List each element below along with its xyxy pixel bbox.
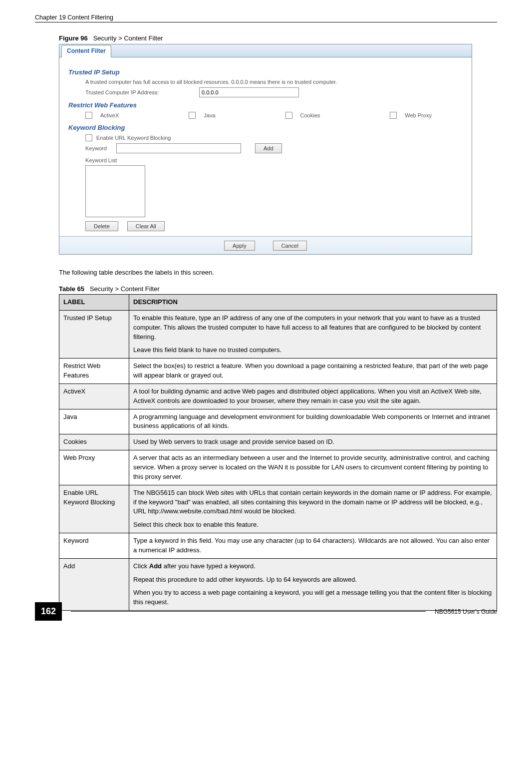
panel-body: Trusted IP Setup A trusted computer has … (59, 57, 472, 236)
table-title: Security > Content Filter (90, 285, 160, 293)
cell-description: Type a keyword in this field. You may us… (129, 533, 497, 559)
page-footer: 162 NBG5615 User's Guide (0, 602, 532, 621)
cell-label: Enable URL Keyword Blocking (59, 485, 129, 533)
cell-description: A programming language and development e… (129, 409, 497, 434)
cell-label: Restrict Web Features (59, 359, 129, 384)
activex-label: ActiveX (100, 112, 119, 118)
table-row: KeywordType a keyword in this field. You… (59, 533, 497, 559)
cookies-checkbox[interactable] (285, 112, 292, 119)
cell-description: Select the box(es) to restrict a feature… (129, 359, 497, 384)
tab-bar: Content Filter (59, 44, 472, 57)
cell-label: ActiveX (59, 383, 129, 409)
keyword-field-label: Keyword (85, 145, 112, 151)
keyword-input[interactable] (116, 143, 241, 153)
cell-label: Cookies (59, 434, 129, 450)
figure-number: Figure 96 (59, 34, 88, 42)
activex-checkbox[interactable] (85, 112, 92, 119)
description-table: LABEL DESCRIPTION Trusted IP SetupTo ena… (59, 294, 497, 611)
activex-checkbox-wrap: ActiveX (85, 112, 119, 119)
table-row: ActiveXA tool for building dynamic and a… (59, 383, 497, 409)
trusted-help-text: A trusted computer has full access to al… (85, 79, 463, 85)
table-row: Trusted IP SetupTo enable this feature, … (59, 310, 497, 358)
table-caption: Table 65 Security > Content Filter (59, 285, 497, 293)
java-checkbox[interactable] (189, 112, 196, 119)
table-number: Table 65 (59, 285, 84, 293)
guide-name: NBG5615 User's Guide (435, 608, 497, 615)
keyword-list-label: Keyword List (85, 157, 463, 163)
keyword-listbox[interactable] (85, 165, 145, 217)
table-row: Enable URL Keyword BlockingThe NBG5615 c… (59, 485, 497, 533)
dialog-footer: Apply Cancel (59, 236, 472, 254)
delete-button[interactable]: Delete (85, 221, 118, 231)
java-checkbox-wrap: Java (189, 112, 215, 119)
cell-description: The NBG5615 can block Web sites with URL… (129, 485, 497, 533)
cell-description: A tool for building dynamic and active W… (129, 383, 497, 409)
th-label: LABEL (59, 295, 129, 311)
footer-rule (71, 611, 426, 612)
java-label: Java (204, 112, 215, 118)
section-restrict: Restrict Web Features (68, 101, 463, 109)
table-row: Restrict Web FeaturesSelect the box(es) … (59, 359, 497, 384)
apply-button[interactable]: Apply (224, 241, 255, 251)
cancel-button[interactable]: Cancel (273, 241, 307, 251)
figure-title: Security > Content Filter (93, 34, 163, 42)
enable-keyword-label: Enable URL Keyword Blocking (96, 135, 171, 141)
webproxy-checkbox-wrap: Web Proxy (390, 112, 432, 119)
tab-content-filter[interactable]: Content Filter (61, 45, 111, 57)
cell-label: Java (59, 409, 129, 434)
cell-description: Used by Web servers to track usage and p… (129, 434, 497, 450)
webproxy-checkbox[interactable] (390, 112, 397, 119)
chapter-header: Chapter 19 Content Filtering (35, 14, 497, 21)
cell-label: Web Proxy (59, 450, 129, 485)
screenshot-panel: Content Filter Trusted IP Setup A truste… (59, 44, 472, 255)
cell-label: Trusted IP Setup (59, 310, 129, 358)
cell-label: Keyword (59, 533, 129, 559)
cell-description: A server that acts as an intermediary be… (129, 450, 497, 485)
add-button[interactable]: Add (255, 143, 282, 153)
th-description: DESCRIPTION (129, 295, 497, 311)
trusted-ip-label: Trusted Computer IP Address: (85, 89, 195, 95)
cookies-label: Cookies (300, 112, 320, 118)
cookies-checkbox-wrap: Cookies (285, 112, 320, 119)
page-number: 162 (35, 602, 62, 621)
features-row: ActiveX Java Cookies Web Proxy (85, 112, 463, 119)
clear-all-button[interactable]: Clear All (127, 221, 165, 231)
section-keyword: Keyword Blocking (68, 124, 463, 131)
table-row: CookiesUsed by Web servers to track usag… (59, 434, 497, 450)
table-row: Web ProxyA server that acts as an interm… (59, 450, 497, 485)
enable-keyword-checkbox[interactable] (85, 134, 92, 141)
webproxy-label: Web Proxy (405, 112, 432, 118)
intro-paragraph: The following table describes the labels… (59, 269, 497, 276)
figure-caption: Figure 96 Security > Content Filter (59, 34, 497, 42)
header-rule (35, 22, 497, 22)
cell-description: To enable this feature, type an IP addre… (129, 310, 497, 358)
table-row: JavaA programming language and developme… (59, 409, 497, 434)
section-trusted-ip: Trusted IP Setup (68, 68, 463, 76)
trusted-ip-input[interactable] (199, 87, 299, 97)
